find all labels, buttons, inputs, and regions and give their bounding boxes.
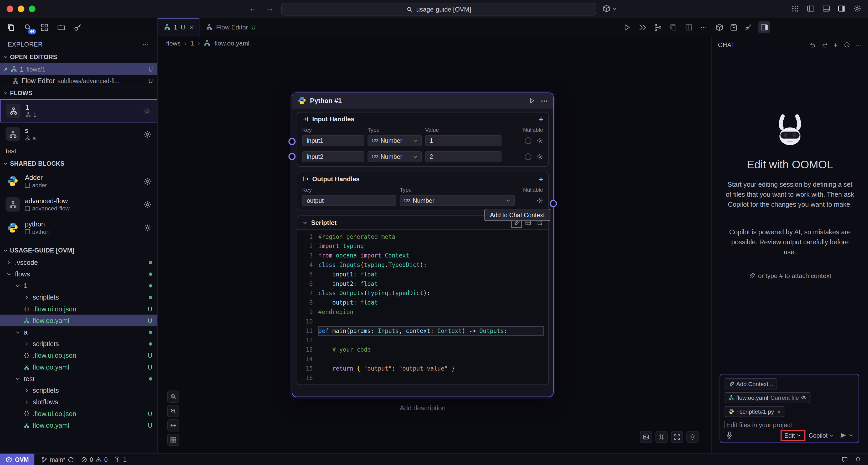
input-port-1[interactable] <box>288 138 296 145</box>
blocks-activity-icon[interactable] <box>40 23 49 31</box>
node-header[interactable]: Python #1 ⋯ <box>292 93 553 109</box>
more-actions-icon[interactable]: ⋯ <box>700 23 707 31</box>
key-input[interactable]: output <box>302 195 396 206</box>
code-line-14[interactable]: 14 <box>297 354 548 364</box>
breadcrumb[interactable]: flows › 1 › flow.oo.yaml <box>166 36 249 50</box>
history-forward-button[interactable]: → <box>266 4 273 13</box>
screenshot-button[interactable] <box>640 431 652 443</box>
code-line-16[interactable]: 16 <box>297 373 548 383</box>
tree-item-slotflows[interactable]: slotflows <box>0 396 157 408</box>
flow-settings-gear-icon[interactable] <box>143 130 152 138</box>
new-chat-icon[interactable]: + <box>834 41 838 49</box>
handle-settings-gear-icon[interactable] <box>536 137 543 144</box>
ports-indicator[interactable]: 1 <box>114 456 127 463</box>
tree-item-flow.oo.yaml[interactable]: flow.oo.yamlU <box>0 315 157 326</box>
chat-message-input[interactable]: Edit files in your project <box>725 421 854 428</box>
code-line-4[interactable]: 4class Inputs(typing.TypedDict): <box>297 260 548 270</box>
add-description-button[interactable]: Add description <box>292 404 554 412</box>
mic-icon[interactable] <box>725 431 734 439</box>
add-input-handle-button[interactable]: + <box>539 115 543 123</box>
open-editor-item[interactable]: × 1 flows/1 U <box>0 63 157 75</box>
handle-settings-gear-icon[interactable] <box>536 197 543 204</box>
workspace-section-header[interactable]: USAGE-GUIDE [OVM] <box>0 244 157 256</box>
value-input[interactable]: 1 <box>425 135 501 146</box>
flow-item-test[interactable]: test <box>0 146 157 157</box>
canvas-settings-gear-icon[interactable] <box>686 431 699 443</box>
history-back-button[interactable]: ← <box>249 4 257 13</box>
type-select[interactable]: 123 Number <box>400 195 515 206</box>
eye-icon[interactable] <box>801 395 807 401</box>
split-editor-icon[interactable] <box>685 23 693 31</box>
send-icon[interactable] <box>840 432 846 438</box>
zoom-out-button[interactable] <box>167 405 179 417</box>
grid-toggle-button[interactable] <box>167 434 179 446</box>
tree-item-a[interactable]: a <box>0 326 157 338</box>
flow-item-s[interactable]: s a <box>0 122 157 145</box>
tree-item-flow.oo.yaml[interactable]: flow.oo.yamlU <box>0 419 157 431</box>
problems-indicator[interactable]: 0 0 <box>81 456 108 463</box>
block-settings-gear-icon[interactable] <box>143 223 152 232</box>
type-select[interactable]: 123 Number <box>368 151 422 162</box>
context-file-chip[interactable]: flow.oo.yaml Current file <box>725 392 811 403</box>
clean-icon[interactable] <box>744 23 752 31</box>
folder-activity-icon[interactable] <box>57 23 65 31</box>
code-line-6[interactable]: 6 input2: float <box>297 279 548 289</box>
code-line-5[interactable]: 5 input1: float <box>297 270 548 279</box>
flows-section-header[interactable]: FLOWS <box>0 87 157 99</box>
flow-canvas[interactable]: flows › 1 › flow.oo.yaml Python #1 ⋯ <box>158 36 711 453</box>
code-line-10[interactable]: 10 <box>297 317 548 326</box>
git-merge-icon[interactable] <box>654 23 662 31</box>
zoom-in-button[interactable] <box>167 390 179 403</box>
code-line-2[interactable]: 2import typing <box>297 241 548 251</box>
git-branch-indicator[interactable]: main* <box>41 456 74 463</box>
toggle-chat-panel-icon[interactable] <box>758 21 770 33</box>
code-line-7[interactable]: 7class Outputs(typing.TypedDict): <box>297 289 548 298</box>
block-settings-gear-icon[interactable] <box>143 177 152 185</box>
vm-selector[interactable] <box>602 4 617 13</box>
code-line-13[interactable]: 13 # your code <box>297 345 548 354</box>
tree-item-flows[interactable]: flows <box>0 268 157 280</box>
type-select[interactable]: 123 Number <box>368 135 422 146</box>
close-tab-icon[interactable]: × <box>189 23 193 31</box>
explorer-more-icon[interactable]: ⋯ <box>142 40 149 48</box>
remote-indicator[interactable]: OVM <box>0 454 34 465</box>
code-line-8[interactable]: 8 output: float <box>297 298 548 308</box>
package-icon[interactable] <box>730 23 738 31</box>
key-input[interactable]: input1 <box>302 135 364 146</box>
tree-item-.flow.ui.oo.json[interactable]: {}.flow.ui.oo.jsonU <box>0 350 157 361</box>
breadcrumb-item[interactable]: flows <box>166 40 181 47</box>
breadcrumb-item[interactable]: flow.oo.yaml <box>215 40 249 47</box>
block-settings-gear-icon[interactable] <box>143 200 152 209</box>
breadcrumb-item[interactable]: 1 <box>191 40 194 47</box>
shared-blocks-header[interactable]: SHARED BLOCKS <box>0 157 157 169</box>
toggle-secondary-sidebar-icon[interactable] <box>838 4 846 13</box>
fit-view-button[interactable] <box>167 419 179 431</box>
minimap-button[interactable] <box>655 431 668 443</box>
code-line-1[interactable]: 1#region generated meta <box>297 232 548 241</box>
send-options-chevron-icon[interactable] <box>848 432 854 438</box>
handle-settings-gear-icon[interactable] <box>536 153 543 160</box>
open-editors-header[interactable]: OPEN EDITORS <box>0 51 157 63</box>
remove-context-icon[interactable]: × <box>777 408 781 415</box>
toggle-sidebar-icon[interactable] <box>806 4 815 13</box>
open-editor-item[interactable]: Flow Editor subflows/advanced-fl... U <box>0 75 157 86</box>
flow-settings-gear-icon[interactable] <box>143 107 151 115</box>
code-line-9[interactable]: 9#endregion <box>297 308 548 317</box>
chat-input-box[interactable]: Add Context... flow.oo.yaml Current file… <box>720 374 859 443</box>
explorer-activity-icon[interactable] <box>7 23 16 31</box>
flow-item-1[interactable]: 1 1 <box>0 99 157 122</box>
tree-item-test[interactable]: test <box>0 373 157 384</box>
node-more-icon[interactable]: ⋯ <box>541 96 547 104</box>
nullable-toggle[interactable] <box>525 153 531 160</box>
chat-history-icon[interactable] <box>843 41 850 48</box>
tree-item-1[interactable]: 1 <box>0 280 157 291</box>
model-select[interactable]: Copilot <box>809 432 834 438</box>
run-all-icon[interactable] <box>638 23 647 31</box>
add-context-button[interactable]: Add Context... <box>725 378 777 389</box>
tree-item-.flow.ui.oo.json[interactable]: {}.flow.ui.oo.jsonU <box>0 408 157 419</box>
secrets-activity-icon[interactable] <box>73 23 82 31</box>
mode-select[interactable]: Edit <box>782 432 803 438</box>
bell-icon[interactable] <box>855 456 861 463</box>
value-input[interactable]: 2 <box>425 151 501 162</box>
apps-grid-icon[interactable] <box>791 4 799 13</box>
